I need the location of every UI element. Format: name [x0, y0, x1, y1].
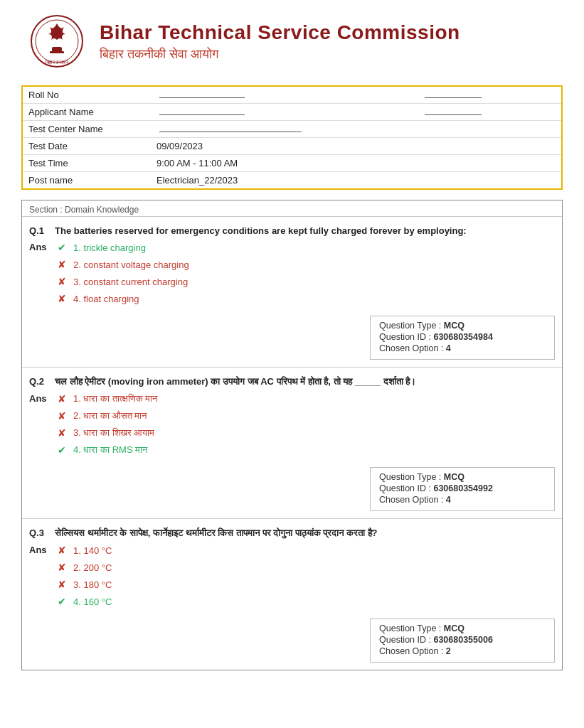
- question-row-2: Q.2चल लौह ऐमीटर (moving iron ammeter) का…: [29, 376, 555, 387]
- roll-no-value: [151, 87, 419, 104]
- cross-icon: ✘: [55, 392, 69, 406]
- ans-row-1: Ans✔1. trickle charging✘2. constant volt…: [29, 240, 555, 309]
- section-label: Section : Domain Knowledge: [22, 200, 562, 217]
- info-row-center: Test Center Name: [23, 121, 561, 138]
- cross-icon: ✘: [55, 577, 69, 592]
- options-block-1: ✔1. trickle charging✘2. constant voltage…: [55, 240, 555, 309]
- info-row-applicant: Applicant Name: [23, 104, 561, 121]
- svg-rect-3: [50, 51, 64, 53]
- applicant-name-spacer: [419, 104, 561, 121]
- cross-icon: ✘: [55, 543, 69, 557]
- question-block-1: Q.1The batteries reserved for emergency …: [22, 217, 562, 368]
- test-time-value: 9:00 AM - 11:00 AM: [151, 155, 561, 172]
- checkmark-icon: ✔: [55, 594, 69, 609]
- q-id-2: Question ID : 630680354992: [379, 483, 546, 493]
- info-row-date: Test Date 09/09/2023: [23, 138, 561, 155]
- cross-icon: ✘: [55, 291, 69, 306]
- chosen-option-1: Chosen Option : 4: [379, 343, 546, 353]
- q-type-1: Question Type : MCQ: [379, 321, 546, 331]
- test-center-label: Test Center Name: [23, 121, 151, 138]
- info-row-post: Post name Electrician_22/2023: [23, 172, 561, 189]
- option-text-2-1: 1. धारा का तात्क्षणिक मान: [73, 393, 157, 405]
- q-type-3: Question Type : MCQ: [379, 623, 546, 633]
- header-text: Bihar Technical Service Commission बिहार…: [100, 21, 460, 62]
- cross-icon: ✘: [55, 274, 69, 289]
- chosen-option-3: Chosen Option : 2: [379, 646, 546, 656]
- option-text-2-3: 3. धारा का शिखर आयाम: [73, 427, 154, 439]
- option-text-3-3: 3. 180 °C: [73, 579, 112, 590]
- option-text-2-4: 4. धारा का RMS मान: [73, 444, 147, 456]
- header-title-hi: बिहार तकनीकी सेवा आयोग: [100, 47, 460, 62]
- cross-icon: ✘: [55, 257, 69, 272]
- questions-container: Q.1The batteries reserved for emergency …: [22, 217, 562, 670]
- ans-label-3: Ans: [29, 545, 55, 555]
- cross-icon: ✘: [55, 560, 69, 574]
- option-row-3-2: ✘2. 200 °C: [55, 560, 555, 574]
- question-num-3: Q.3: [29, 528, 55, 538]
- checkmark-icon: ✔: [55, 240, 69, 255]
- question-block-2: Q.2चल लौह ऐमीटर (moving iron ammeter) का…: [22, 368, 562, 519]
- option-row-3-1: ✘1. 140 °C: [55, 543, 555, 557]
- options-block-2: ✘1. धारा का तात्क्षणिक मान✘2. धारा का औस…: [55, 392, 555, 460]
- test-date-label: Test Date: [23, 138, 151, 155]
- option-text-1-1: 1. trickle charging: [73, 242, 146, 253]
- q-info-box-1: Question Type : MCQQuestion ID : 6306803…: [370, 316, 555, 360]
- ans-label-2: Ans: [29, 393, 55, 404]
- option-row-1-1: ✔1. trickle charging: [55, 240, 555, 255]
- question-num-1: Q.1: [29, 225, 55, 236]
- cross-icon: ✘: [55, 409, 69, 423]
- option-row-1-3: ✘3. constant current charging: [55, 274, 555, 289]
- header: बिहार सरकार Bihar Technical Service Comm…: [0, 0, 584, 78]
- option-row-1-2: ✘2. constant voltage charging: [55, 257, 555, 272]
- option-text-1-4: 4. float charging: [73, 294, 139, 304]
- question-row-3: Q.3सेल्सियस थर्मामीटर के सापेक्ष, फार्ने…: [29, 528, 555, 539]
- option-row-3-4: ✔4. 160 °C: [55, 594, 555, 609]
- option-row-2-3: ✘3. धारा का शिखर आयाम: [55, 426, 555, 440]
- post-name-label: Post name: [23, 172, 151, 189]
- applicant-name-value: [151, 104, 419, 121]
- q-id-1: Question ID : 630680354984: [379, 332, 546, 342]
- chosen-option-2: Chosen Option : 4: [379, 495, 546, 505]
- question-text-3: सेल्सियस थर्मामीटर के सापेक्ष, फार्नेहाइ…: [55, 528, 555, 539]
- option-row-2-2: ✘2. धारा का औसत मान: [55, 409, 555, 423]
- q-info-box-2: Question Type : MCQQuestion ID : 6306803…: [370, 467, 555, 511]
- question-block-3: Q.3सेल्सियस थर्मामीटर के सापेक्ष, फार्ने…: [22, 519, 562, 670]
- cross-icon: ✘: [55, 426, 69, 440]
- info-row-time: Test Time 9:00 AM - 11:00 AM: [23, 155, 561, 172]
- applicant-name-label: Applicant Name: [23, 104, 151, 121]
- q-info-box-3: Question Type : MCQQuestion ID : 6306803…: [370, 619, 555, 663]
- options-block-3: ✘1. 140 °C✘2. 200 °C✘3. 180 °C✔4. 160 °C: [55, 543, 555, 611]
- info-table: Roll No Applicant Name Test Center Name: [23, 87, 561, 188]
- header-title-en: Bihar Technical Service Commission: [100, 21, 460, 44]
- roll-no-label: Roll No: [23, 87, 151, 104]
- ans-row-2: Ans✘1. धारा का तात्क्षणिक मान✘2. धारा का…: [29, 392, 555, 460]
- post-name-value: Electrician_22/2023: [151, 172, 561, 189]
- ans-row-3: Ans✘1. 140 °C✘2. 200 °C✘3. 180 °C✔4. 160…: [29, 543, 555, 611]
- option-text-1-2: 2. constant voltage charging: [73, 259, 189, 270]
- checkmark-icon: ✔: [55, 443, 69, 457]
- exam-section: Section : Domain Knowledge Q.1The batter…: [21, 200, 563, 670]
- option-row-1-4: ✘4. float charging: [55, 291, 555, 306]
- question-text-1: The batteries reserved for emergency con…: [55, 225, 555, 236]
- question-row-1: Q.1The batteries reserved for emergency …: [29, 225, 555, 236]
- option-row-2-4: ✔4. धारा का RMS मान: [55, 443, 555, 457]
- q-id-3: Question ID : 630680355006: [379, 635, 546, 645]
- question-num-2: Q.2: [29, 376, 55, 387]
- info-section: Roll No Applicant Name Test Center Name: [21, 85, 563, 190]
- option-text-1-3: 3. constant current charging: [73, 277, 188, 287]
- svg-text:बिहार सरकार: बिहार सरकार: [45, 59, 70, 65]
- option-row-3-3: ✘3. 180 °C: [55, 577, 555, 592]
- info-row-rollno: Roll No: [23, 87, 561, 104]
- logo: बिहार सरकार: [28, 13, 85, 70]
- test-center-value: [151, 121, 561, 138]
- ans-label-1: Ans: [29, 242, 55, 252]
- option-text-3-1: 1. 140 °C: [73, 545, 112, 556]
- test-date-value: 09/09/2023: [151, 138, 561, 155]
- test-time-label: Test Time: [23, 155, 151, 172]
- question-text-2: चल लौह ऐमीटर (moving iron ammeter) का उप…: [55, 376, 555, 387]
- option-text-3-4: 4. 160 °C: [73, 596, 112, 607]
- option-text-3-2: 2. 200 °C: [73, 562, 112, 573]
- q-type-2: Question Type : MCQ: [379, 472, 546, 482]
- roll-no-spacer: [419, 87, 561, 104]
- option-row-2-1: ✘1. धारा का तात्क्षणिक मान: [55, 392, 555, 406]
